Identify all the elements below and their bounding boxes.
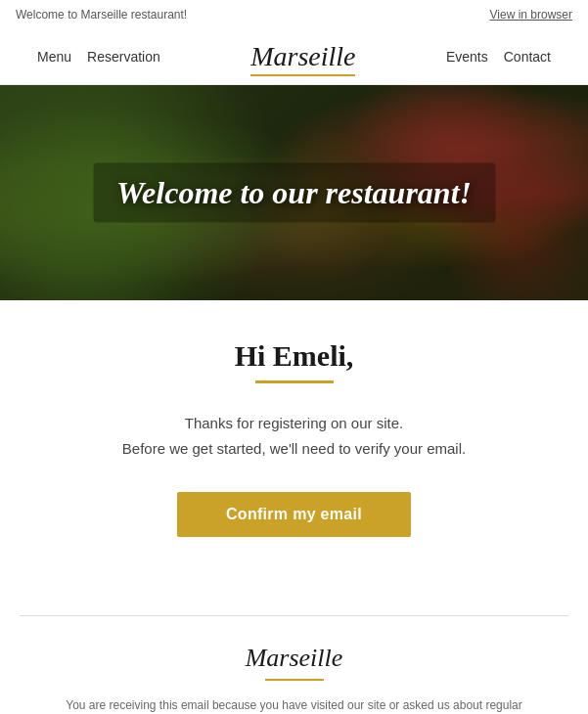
message-line-2: Before we get started, we'll need to ver… [122, 440, 466, 457]
message-body: Thanks for registering on our site. Befo… [59, 411, 529, 461]
nav-reservation-link[interactable]: Reservation [79, 45, 168, 68]
footer-logo-underline [265, 679, 324, 681]
greeting-text: Hi Emeli, [59, 339, 529, 373]
hero-heading: Welcome to our restaurant! [93, 163, 495, 223]
nav-contact-link[interactable]: Contact [496, 45, 559, 68]
nav-right-links: Events Contact [438, 45, 559, 68]
top-bar: Welcome to Marseille restaurant! View in… [0, 0, 588, 29]
nav-events-link[interactable]: Events [438, 45, 496, 68]
hero-image: Welcome to our restaurant! [0, 85, 588, 300]
welcome-message: Welcome to Marseille restaurant! [16, 8, 187, 22]
view-in-browser-link[interactable]: View in browser [490, 8, 572, 22]
greeting-underline [255, 380, 334, 383]
confirm-email-button[interactable]: Confirm my email [177, 492, 411, 537]
nav-left-links: Menu Reservation [29, 45, 168, 68]
footer: Marseille You are receiving this email b… [0, 616, 588, 714]
nav-logo: Marseille [168, 41, 438, 72]
main-content: Hi Emeli, Thanks for registering on our … [0, 300, 588, 566]
email-container: Welcome to Marseille restaurant! View in… [0, 0, 588, 714]
footer-description: You are receiving this email because you… [39, 696, 549, 714]
navigation: Menu Reservation Marseille Events Contac… [0, 29, 588, 85]
footer-logo: Marseille [39, 644, 549, 673]
spacer [0, 566, 588, 615]
message-line-1: Thanks for registering on our site. [185, 415, 403, 431]
nav-menu-link[interactable]: Menu [29, 45, 79, 68]
